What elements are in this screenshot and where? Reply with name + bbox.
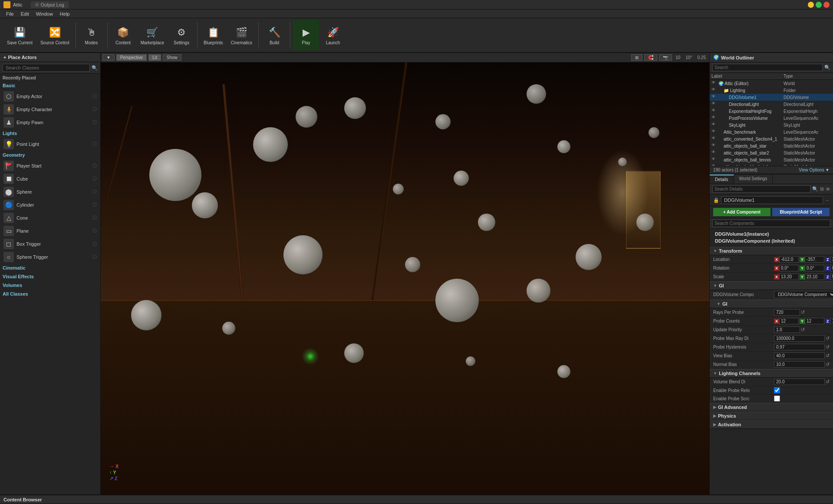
normal-bias-reset-icon[interactable]: ↺ — [826, 362, 830, 367]
wo-row-ball-star[interactable]: 👁 attic_objects_ball_star StaticMeshActo… — [710, 142, 833, 149]
3d-viewport[interactable]: → X ↑ Y ↗ Z — [101, 63, 709, 494]
actor-player-start[interactable]: 🚩 Player Start ⓘ — [0, 159, 100, 172]
minimize-button[interactable] — [808, 2, 814, 8]
rays-reset-icon[interactable]: ↺ — [801, 310, 805, 315]
wo-row-converted[interactable]: 👁 attic_converted_Section4_1 StaticMeshA… — [710, 135, 833, 142]
wo-row-ddgivolume1[interactable]: 👁 DDGIVolume1 DDGIVolume — [710, 94, 833, 101]
wo-row-directional-light[interactable]: 👁 DirectionalLight DirectionalLight — [710, 101, 833, 108]
category-lights[interactable]: Lights — [0, 129, 100, 138]
transform-section-header[interactable]: ▼ Transform — [710, 247, 833, 255]
wo-view-options[interactable]: View Options ▼ — [799, 168, 830, 172]
build-button[interactable]: 🔨 Build — [261, 20, 287, 50]
box-trigger-info[interactable]: ⓘ — [92, 241, 97, 247]
enable-probe-scrc-checkbox[interactable] — [774, 395, 780, 402]
sphere-info[interactable]: ⓘ — [92, 189, 97, 195]
tab-world-settings[interactable]: World Settings — [734, 175, 773, 184]
actor-cube[interactable]: 🔲 Cube ⓘ — [0, 172, 100, 185]
actor-sphere[interactable]: ⬤ Sphere ⓘ — [0, 185, 100, 198]
probe-max-ray-input[interactable] — [774, 335, 825, 342]
category-cinematic[interactable]: Cinematic — [0, 264, 100, 272]
blueprints-button[interactable]: 📋 Blueprints — [200, 20, 226, 50]
actor-cylinder[interactable]: 🔵 Cylinder ⓘ — [0, 198, 100, 211]
cube-info[interactable]: ⓘ — [92, 176, 97, 182]
location-x-input[interactable] — [779, 256, 799, 263]
volume-blend-input[interactable] — [774, 379, 825, 385]
actor-cone[interactable]: △ Cone ⓘ — [0, 211, 100, 224]
launch-button[interactable]: 🚀 Launch — [320, 20, 346, 50]
selected-actor-name-input[interactable] — [721, 196, 823, 204]
probe-y-input[interactable] — [805, 318, 824, 324]
scale-y-input[interactable] — [805, 273, 824, 280]
actor-empty-actor[interactable]: ⬡ Empty Actor ⓘ — [0, 90, 100, 103]
lighting-channels-header[interactable]: ▼ Lighting Channels — [710, 369, 833, 378]
category-geometry[interactable]: Geometry — [0, 151, 100, 159]
empty-character-info[interactable]: ⓘ — [92, 106, 97, 112]
activation-header[interactable]: ▶ Activation — [710, 420, 833, 429]
physics-header[interactable]: ▶ Physics — [710, 412, 833, 420]
marketplace-button[interactable]: 🛒 Marketplace — [137, 20, 168, 50]
component-search-input[interactable] — [712, 220, 830, 227]
menu-file[interactable]: File — [3, 10, 17, 17]
actor-empty-character[interactable]: 🧍 Empty Character ⓘ — [0, 103, 100, 116]
probe-hysteresis-input[interactable] — [774, 344, 825, 350]
rotation-x-input[interactable] — [779, 265, 799, 271]
sphere-trigger-info[interactable]: ⓘ — [92, 254, 97, 260]
actor-plane[interactable]: ▭ Plane ⓘ — [0, 224, 100, 237]
point-light-info[interactable]: ⓘ — [92, 141, 97, 147]
wo-row-attic[interactable]: 👁 🌍 Attic (Editor) World — [710, 80, 833, 87]
priority-reset-icon[interactable]: ↺ — [801, 327, 805, 333]
component-instance[interactable]: DDGIVolume1(Instance) — [713, 231, 830, 237]
probe-x-input[interactable] — [779, 318, 799, 324]
modes-button[interactable]: 🖱 Modes — [79, 20, 105, 50]
rays-per-probe-input[interactable] — [774, 309, 800, 316]
tab-details[interactable]: Details — [710, 175, 734, 184]
gi-section-header[interactable]: ▼ GI — [710, 281, 833, 290]
category-basic[interactable]: Basic — [0, 81, 100, 90]
max-ray-reset-icon[interactable]: ↺ — [826, 336, 830, 341]
viewport-grid-button[interactable]: ⊞ — [631, 54, 642, 61]
location-z-input[interactable] — [830, 256, 833, 263]
empty-actor-info[interactable]: ⓘ — [92, 93, 97, 99]
settings-button[interactable]: ⚙ Settings — [168, 20, 194, 50]
wo-row-ball-tennis[interactable]: 👁 attic_objects_ball_tennis StaticMeshAc… — [710, 156, 833, 163]
details-search-input[interactable] — [712, 185, 810, 193]
search-classes-input[interactable] — [3, 64, 90, 72]
normal-bias-input[interactable] — [774, 361, 825, 368]
category-visual-effects[interactable]: Visual Effects — [0, 272, 100, 281]
wo-row-ball-star2[interactable]: 👁 attic_objects_ball_star2 StaticMeshAct… — [710, 149, 833, 156]
blueprint-add-script-button[interactable]: Blueprint/Add Script — [772, 208, 830, 216]
eye-icon[interactable]: 👁 — [826, 187, 830, 192]
cinematics-button[interactable]: 🎬 Cinematics — [227, 20, 256, 50]
maximize-button[interactable] — [816, 2, 822, 8]
source-control-button[interactable]: 🔀 Source Control — [37, 20, 73, 50]
actor-sphere-trigger[interactable]: ○ Sphere Trigger ⓘ — [0, 250, 100, 264]
world-outliner-search-input[interactable] — [712, 64, 823, 71]
actor-empty-pawn[interactable]: ♟ Empty Pawn ⓘ — [0, 116, 100, 129]
viewport-options-button[interactable]: ▼ — [102, 54, 115, 61]
plane-info[interactable]: ⓘ — [92, 228, 97, 234]
cone-info[interactable]: ⓘ — [92, 215, 97, 221]
player-start-info[interactable]: ⓘ — [92, 163, 97, 169]
wo-row-exp-fog[interactable]: 👁 ExponentialHeightFog ExponentialHeigh — [710, 108, 833, 115]
cylinder-info[interactable]: ⓘ — [92, 202, 97, 208]
menu-edit[interactable]: Edit — [17, 10, 33, 17]
gi-sub-header[interactable]: ▼ GI — [710, 300, 833, 308]
wo-row-lighting[interactable]: 👁 📁 Lighting Folder — [710, 87, 833, 94]
scale-z-input[interactable] — [830, 273, 833, 280]
gi-advanced-header[interactable]: ▶ GI Advanced — [710, 403, 833, 412]
view-bias-reset-icon[interactable]: ↺ — [826, 353, 830, 359]
rotation-y-input[interactable] — [805, 265, 824, 271]
hysteresis-reset-icon[interactable]: ↺ — [826, 344, 830, 350]
wo-row-skylight[interactable]: 👁 SkyLight SkyLight — [710, 122, 833, 128]
category-all-classes[interactable]: All Classes — [0, 290, 100, 298]
grid-view-icon[interactable]: ⊞ — [820, 186, 824, 192]
component-inherited[interactable]: DDGIVolumeComponent (Inherited) — [713, 237, 830, 244]
play-button[interactable]: ▶ Play — [293, 20, 319, 50]
lit-button[interactable]: Lit — [148, 54, 161, 61]
perspective-button[interactable]: Perspective — [116, 54, 147, 61]
wo-row-benchmark[interactable]: 👁 Attic_benchmark LevelSequenceAc — [710, 128, 833, 135]
close-button[interactable] — [823, 2, 830, 8]
rotation-z-input[interactable] — [830, 265, 833, 271]
scale-x-input[interactable] — [779, 273, 799, 280]
menu-window[interactable]: Window — [33, 10, 56, 17]
